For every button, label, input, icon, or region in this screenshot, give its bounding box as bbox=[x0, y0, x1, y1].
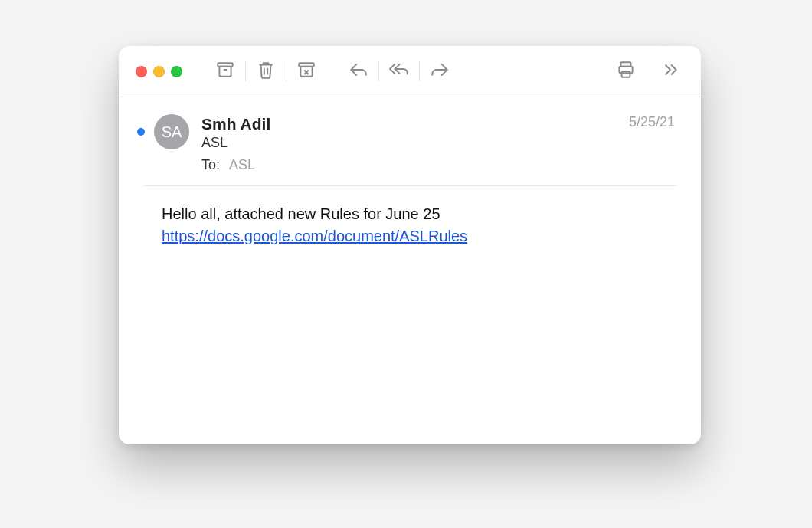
archive-button[interactable] bbox=[210, 56, 241, 87]
reply-button[interactable] bbox=[343, 56, 374, 87]
junk-icon bbox=[296, 60, 316, 83]
body-link[interactable]: https://docs.google.com/document/ASLRule… bbox=[162, 228, 467, 244]
toolbar-separator bbox=[378, 61, 379, 81]
body-text-line: Hello all, attached new Rules for June 2… bbox=[162, 203, 676, 225]
printer-icon bbox=[616, 60, 636, 83]
window-minimize-button[interactable] bbox=[153, 66, 165, 77]
unread-indicator-icon bbox=[137, 128, 145, 136]
toolbar-separator bbox=[245, 61, 246, 81]
reply-all-button[interactable] bbox=[384, 56, 414, 87]
chevron-double-right-icon bbox=[660, 60, 680, 83]
window-controls bbox=[136, 66, 182, 77]
toolbar-group-respond bbox=[343, 56, 455, 87]
print-button[interactable] bbox=[611, 56, 641, 87]
mail-message-window: SA Smh Adil ASL To: ASL 5/25/21 Hello al… bbox=[119, 46, 701, 444]
sender-avatar[interactable]: SA bbox=[154, 114, 189, 149]
toolbar-overflow-button[interactable] bbox=[655, 56, 686, 87]
toolbar-separator bbox=[419, 61, 420, 81]
reply-icon bbox=[349, 60, 368, 83]
to-value: ASL bbox=[229, 157, 255, 172]
window-maximize-button[interactable] bbox=[171, 66, 182, 77]
message-subject: ASL bbox=[201, 135, 676, 151]
forward-icon bbox=[430, 60, 450, 83]
forward-button[interactable] bbox=[424, 56, 455, 87]
recipients-line[interactable]: To: ASL bbox=[201, 157, 676, 173]
archive-icon bbox=[215, 60, 235, 83]
message-date: 5/25/21 bbox=[629, 114, 675, 130]
trash-icon bbox=[256, 60, 276, 83]
toolbar-group-file bbox=[210, 56, 322, 87]
svg-rect-11 bbox=[622, 71, 630, 77]
to-label: To: bbox=[201, 157, 220, 172]
toolbar bbox=[119, 46, 701, 97]
delete-button[interactable] bbox=[250, 56, 281, 87]
sender-name[interactable]: Smh Adil bbox=[201, 114, 676, 133]
avatar-initials: SA bbox=[162, 123, 182, 141]
message-body[interactable]: Hello all, attached new Rules for June 2… bbox=[119, 186, 701, 266]
message-header: SA Smh Adil ASL To: ASL 5/25/21 bbox=[119, 97, 701, 185]
reply-all-icon bbox=[389, 60, 409, 83]
svg-rect-1 bbox=[219, 67, 231, 77]
toolbar-separator bbox=[286, 61, 286, 81]
window-close-button[interactable] bbox=[136, 66, 147, 77]
junk-button[interactable] bbox=[291, 56, 322, 87]
message-meta: Smh Adil ASL To: ASL bbox=[201, 114, 676, 173]
toolbar-group-right bbox=[611, 56, 686, 87]
